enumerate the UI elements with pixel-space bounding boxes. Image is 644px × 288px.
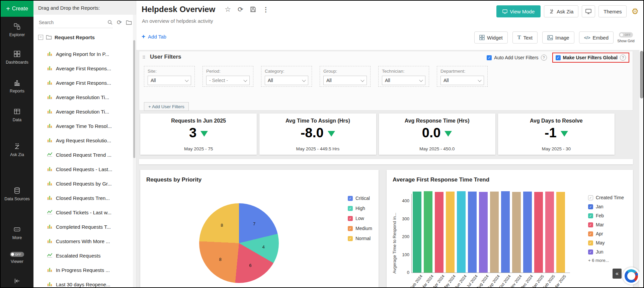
legend-check-icon[interactable] [348,236,353,241]
search-icon[interactable] [107,20,113,25]
help-icon[interactable]: ? [620,55,626,61]
report-item[interactable]: Last 30 days Reopene... [33,277,133,287]
legend-item[interactable]: Jun [588,249,624,255]
filter-select[interactable]: All [148,76,191,85]
add-tab-button[interactable]: + Add Tab [142,33,166,40]
kpi-card[interactable]: Avg Days to Resolve-1May 2025 - 30 [498,114,615,155]
refresh-icon[interactable]: ⟳ [238,5,243,13]
legend-check-icon[interactable] [588,204,593,209]
checkbox-checked-icon[interactable] [487,55,492,60]
legend-check-icon[interactable] [588,195,593,200]
legend-item[interactable]: May [588,240,624,246]
folder-row-request-reports[interactable]: − Request Reports [33,32,136,42]
report-item[interactable]: Average Resolution Ti... [33,90,133,104]
presentation-button[interactable] [582,5,595,17]
embed-button[interactable]: </> Embed [579,31,614,44]
bar[interactable] [512,192,521,273]
bar[interactable] [446,192,455,273]
folder-icon[interactable] [126,20,132,25]
report-item[interactable]: Average Time To Resol... [33,119,133,133]
legend-check-icon[interactable] [588,222,593,227]
legend-check-icon[interactable] [588,249,593,255]
toggle-off-icon[interactable]: OFF [10,252,24,257]
refresh-icon[interactable]: ⟳ [117,19,122,26]
bar[interactable] [490,192,499,273]
report-item[interactable]: In Progress Requests ... [33,263,133,277]
view-mode-button[interactable]: View Mode [496,5,541,17]
settings-gear-icon[interactable]: ⚙ [631,7,639,16]
legend-more-link[interactable]: + 6 more... [588,258,624,263]
report-item[interactable]: Completed Requests T... [33,220,133,234]
auto-add-user-filters-option[interactable]: Auto Add User Filters ? [487,55,547,61]
legend-item[interactable]: Created Time [588,195,624,201]
collapse-minus-icon[interactable]: − [38,35,43,40]
bar[interactable] [468,192,477,273]
legend-item[interactable]: High [348,205,372,211]
bar[interactable] [413,192,421,273]
empty-widget-strip[interactable] [139,159,633,164]
report-item[interactable]: Closed Request Trend ... [33,148,133,162]
panel-scrollbar[interactable] [133,15,136,287]
report-item[interactable]: Closed Requests by Gr... [33,176,133,191]
bar[interactable] [457,191,466,273]
main-scrollbar[interactable] [639,50,644,288]
filter-select[interactable]: All [323,76,367,85]
sidebar-item-reports[interactable]: Reports [1,79,33,94]
legend-item[interactable]: Mar [588,222,624,228]
bar[interactable] [534,192,543,273]
kpi-card[interactable]: Avg Time To Assign (Hrs)-8.0May 2025 - 4… [259,114,376,155]
scrollbar-thumb[interactable] [640,51,643,98]
kpi-card[interactable]: Requests In Jun 20253May 2025 - 75 [140,114,257,155]
legend-check-icon[interactable] [348,206,353,211]
report-item[interactable]: Avg Request Resolutio... [33,133,133,148]
legend-check-icon[interactable] [348,216,353,221]
bar[interactable] [556,192,565,273]
add-user-filters-button[interactable]: + Add User Filters [144,102,189,111]
legend-item[interactable]: Normal [348,235,372,241]
viewer-toggle[interactable]: OFF Viewer [1,252,33,265]
bar[interactable] [424,191,432,273]
filter-select[interactable]: All [265,76,308,85]
search-box[interactable] [38,17,113,28]
scrollbar-thumb[interactable] [133,40,135,158]
kpi-card[interactable]: Avg Response Time (Hrs)0.0May 2025 - 450… [379,114,495,155]
sidebar-item-data[interactable]: Data [1,108,33,123]
legend-check-icon[interactable] [588,240,593,245]
legend-item[interactable]: Critical [348,195,372,201]
legend-check-icon[interactable] [348,226,353,231]
bar[interactable] [435,192,444,273]
bar[interactable] [545,192,554,273]
report-item[interactable]: Closed Requests - Last... [33,162,133,176]
themes-button[interactable]: Themes [598,5,627,17]
report-item[interactable]: Average Resolution Ti... [33,104,133,119]
drag-handle-icon[interactable]: ⠿ [142,55,146,60]
sidebar-item-ask-zia[interactable]: Ask Zia [1,143,33,158]
filter-select[interactable]: - Select - [206,76,250,85]
create-button[interactable]: + Create [1,1,33,17]
bar[interactable] [523,192,532,273]
sidebar-item-dashboards[interactable]: Dashboards [1,50,33,65]
report-item[interactable]: Closed Tickets - Last w... [33,205,133,220]
collapse-panel-button[interactable]: « [613,269,622,279]
legend-check-icon[interactable] [588,213,593,218]
report-item[interactable]: Ageing Report for In P... [33,47,133,61]
sidebar-item-more[interactable]: More [1,226,33,241]
pie-chart[interactable] [199,203,279,283]
text-button[interactable]: T Text [512,31,538,44]
favorite-star-icon[interactable]: ☆ [225,5,231,13]
bar[interactable] [479,192,488,273]
legend-item[interactable]: Feb [588,213,624,219]
legend-item[interactable]: Apr [588,231,624,237]
make-user-filters-global-option[interactable]: Make User Filters Global ? [552,53,629,63]
legend-item[interactable]: Medium [348,225,372,231]
toggle-off-icon[interactable]: OFF [619,32,633,38]
report-item[interactable]: Closed Requests Tren... [33,191,133,205]
sidebar-item-explorer[interactable]: Explorer [1,23,33,38]
show-grid-toggle[interactable]: OFF Show Grid [615,32,637,43]
ask-zia-button[interactable]: Ask Zia [544,5,578,17]
kebab-menu-icon[interactable]: ⋮ [263,6,269,13]
legend-item[interactable]: Low [348,215,372,221]
checkbox-checked-icon[interactable] [556,55,561,60]
search-input[interactable] [38,19,105,25]
report-item[interactable]: Escalated Requests [33,248,133,263]
